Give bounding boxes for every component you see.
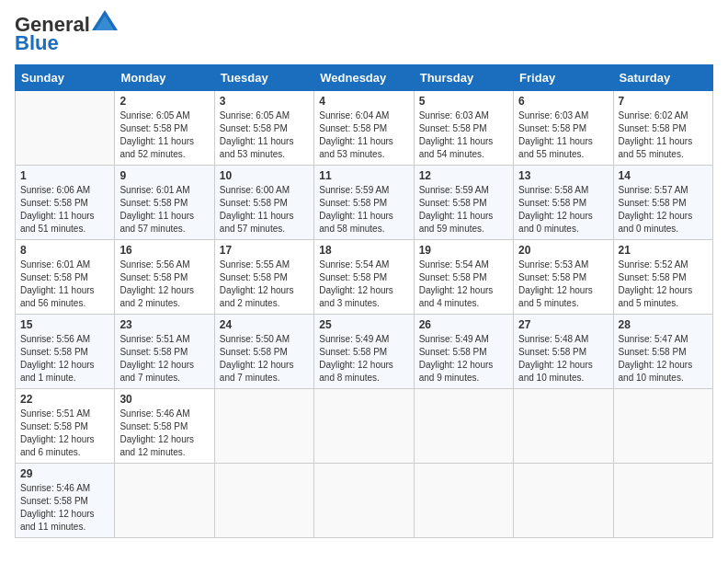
day-info: Sunrise: 5:50 AMSunset: 5:58 PMDaylight:…	[220, 333, 309, 385]
day-info: Sunrise: 5:58 AMSunset: 5:58 PMDaylight:…	[518, 184, 608, 236]
day-info: Sunrise: 5:56 AMSunset: 5:58 PMDaylight:…	[20, 333, 109, 385]
day-number: 4	[319, 95, 408, 108]
day-info: Sunrise: 6:01 AMSunset: 5:58 PMDaylight:…	[20, 259, 109, 310]
calendar-cell: 12Sunrise: 5:59 AMSunset: 5:58 PMDayligh…	[414, 166, 513, 240]
day-info: Sunrise: 5:54 AMSunset: 5:58 PMDaylight:…	[419, 259, 508, 310]
day-number: 8	[20, 244, 109, 257]
calendar-cell	[16, 91, 115, 166]
calendar-week-2: 1Sunrise: 6:06 AMSunset: 5:58 PMDaylight…	[16, 166, 713, 240]
calendar-cell: 9Sunrise: 6:01 AMSunset: 5:58 PMDaylight…	[115, 166, 214, 240]
calendar-cell: 23Sunrise: 5:51 AMSunset: 5:58 PMDayligh…	[115, 315, 214, 389]
calendar-cell: 17Sunrise: 5:55 AMSunset: 5:58 PMDayligh…	[214, 240, 313, 315]
calendar-cell: 4Sunrise: 6:04 AMSunset: 5:58 PMDaylight…	[314, 91, 414, 166]
calendar-cell: 14Sunrise: 5:57 AMSunset: 5:58 PMDayligh…	[613, 166, 712, 240]
day-number: 16	[119, 244, 209, 257]
calendar-cell: 27Sunrise: 5:48 AMSunset: 5:58 PMDayligh…	[514, 315, 613, 389]
day-number: 24	[220, 318, 309, 331]
day-number: 23	[119, 318, 209, 331]
calendar-cell: 24Sunrise: 5:50 AMSunset: 5:58 PMDayligh…	[214, 315, 313, 389]
calendar-cell: 1Sunrise: 6:06 AMSunset: 5:58 PMDaylight…	[16, 166, 115, 240]
day-number: 15	[20, 318, 109, 331]
day-info: Sunrise: 6:01 AMSunset: 5:58 PMDaylight:…	[119, 184, 209, 236]
day-info: Sunrise: 5:56 AMSunset: 5:58 PMDaylight:…	[119, 259, 209, 310]
day-info: Sunrise: 5:52 AMSunset: 5:58 PMDaylight:…	[619, 259, 708, 310]
day-info: Sunrise: 6:00 AMSunset: 5:58 PMDaylight:…	[220, 184, 309, 236]
day-info: Sunrise: 6:06 AMSunset: 5:58 PMDaylight:…	[20, 184, 109, 236]
calendar-cell	[514, 464, 613, 538]
day-number: 11	[319, 169, 408, 182]
day-number: 22	[20, 393, 109, 406]
calendar-cell: 10Sunrise: 6:00 AMSunset: 5:58 PMDayligh…	[214, 166, 313, 240]
calendar-cell	[115, 464, 214, 538]
calendar-week-1: 2Sunrise: 6:05 AMSunset: 5:58 PMDaylight…	[16, 91, 713, 166]
day-number: 18	[319, 244, 408, 257]
logo-icon	[92, 10, 118, 30]
day-number: 28	[619, 318, 708, 331]
page-header: General Blue	[15, 15, 713, 55]
day-number: 21	[619, 244, 708, 257]
day-info: Sunrise: 6:05 AMSunset: 5:58 PMDaylight:…	[220, 109, 309, 161]
calendar-cell: 21Sunrise: 5:52 AMSunset: 5:58 PMDayligh…	[613, 240, 712, 315]
day-info: Sunrise: 6:03 AMSunset: 5:58 PMDaylight:…	[518, 109, 608, 161]
day-number: 20	[518, 244, 608, 257]
calendar-cell: 11Sunrise: 5:59 AMSunset: 5:58 PMDayligh…	[314, 166, 414, 240]
calendar-week-3: 8Sunrise: 6:01 AMSunset: 5:58 PMDaylight…	[16, 240, 713, 315]
calendar-cell	[414, 389, 513, 464]
calendar-cell: 19Sunrise: 5:54 AMSunset: 5:58 PMDayligh…	[414, 240, 513, 315]
day-number: 5	[419, 95, 508, 108]
day-number: 25	[319, 318, 408, 331]
day-number: 14	[619, 169, 708, 182]
calendar-cell: 7Sunrise: 6:02 AMSunset: 5:58 PMDaylight…	[613, 91, 712, 166]
day-number: 3	[220, 95, 309, 108]
day-number: 26	[419, 318, 508, 331]
calendar-cell: 6Sunrise: 6:03 AMSunset: 5:58 PMDaylight…	[514, 91, 613, 166]
day-info: Sunrise: 6:03 AMSunset: 5:58 PMDaylight:…	[419, 109, 508, 161]
day-info: Sunrise: 6:05 AMSunset: 5:58 PMDaylight:…	[119, 109, 209, 161]
day-header-saturday: Saturday	[613, 65, 712, 91]
calendar-cell	[314, 389, 414, 464]
day-number: 27	[518, 318, 608, 331]
calendar-cell	[214, 389, 313, 464]
day-number: 9	[119, 169, 209, 182]
day-info: Sunrise: 5:53 AMSunset: 5:58 PMDaylight:…	[518, 259, 608, 310]
logo-blue-text: Blue	[15, 31, 59, 55]
calendar-table: SundayMondayTuesdayWednesdayThursdayFrid…	[15, 64, 713, 538]
day-info: Sunrise: 5:59 AMSunset: 5:58 PMDaylight:…	[319, 184, 408, 236]
day-number: 12	[419, 169, 508, 182]
calendar-cell: 26Sunrise: 5:49 AMSunset: 5:58 PMDayligh…	[414, 315, 513, 389]
day-header-sunday: Sunday	[16, 65, 115, 91]
calendar-week-4: 15Sunrise: 5:56 AMSunset: 5:58 PMDayligh…	[16, 315, 713, 389]
day-header-monday: Monday	[115, 65, 214, 91]
day-number: 6	[518, 95, 608, 108]
day-number: 17	[220, 244, 309, 257]
day-info: Sunrise: 6:02 AMSunset: 5:58 PMDaylight:…	[619, 109, 708, 161]
day-number: 13	[518, 169, 608, 182]
calendar-cell: 25Sunrise: 5:49 AMSunset: 5:58 PMDayligh…	[314, 315, 414, 389]
day-header-tuesday: Tuesday	[214, 65, 313, 91]
calendar-cell: 28Sunrise: 5:47 AMSunset: 5:58 PMDayligh…	[613, 315, 712, 389]
day-info: Sunrise: 5:59 AMSunset: 5:58 PMDaylight:…	[419, 184, 508, 236]
calendar-cell	[613, 464, 712, 538]
calendar-cell: 30Sunrise: 5:46 AMSunset: 5:58 PMDayligh…	[115, 389, 214, 464]
calendar-cell	[414, 464, 513, 538]
day-number: 10	[220, 169, 309, 182]
day-number: 2	[119, 95, 209, 108]
calendar-cell: 20Sunrise: 5:53 AMSunset: 5:58 PMDayligh…	[514, 240, 613, 315]
day-info: Sunrise: 5:55 AMSunset: 5:58 PMDaylight:…	[220, 259, 309, 310]
day-header-friday: Friday	[514, 65, 613, 91]
day-info: Sunrise: 5:49 AMSunset: 5:58 PMDaylight:…	[319, 333, 408, 385]
day-info: Sunrise: 5:49 AMSunset: 5:58 PMDaylight:…	[419, 333, 508, 385]
calendar-cell: 5Sunrise: 6:03 AMSunset: 5:58 PMDaylight…	[414, 91, 513, 166]
calendar-cell	[613, 389, 712, 464]
day-info: Sunrise: 5:48 AMSunset: 5:58 PMDaylight:…	[518, 333, 608, 385]
day-info: Sunrise: 6:04 AMSunset: 5:58 PMDaylight:…	[319, 109, 408, 161]
calendar-cell: 29Sunrise: 5:46 AMSunset: 5:58 PMDayligh…	[16, 464, 115, 538]
calendar-week-5: 22Sunrise: 5:51 AMSunset: 5:58 PMDayligh…	[16, 389, 713, 464]
calendar-header-row: SundayMondayTuesdayWednesdayThursdayFrid…	[16, 65, 713, 91]
calendar-cell: 13Sunrise: 5:58 AMSunset: 5:58 PMDayligh…	[514, 166, 613, 240]
day-info: Sunrise: 5:46 AMSunset: 5:58 PMDaylight:…	[119, 408, 209, 459]
day-number: 30	[119, 393, 209, 406]
day-info: Sunrise: 5:51 AMSunset: 5:58 PMDaylight:…	[20, 408, 109, 459]
day-number: 19	[419, 244, 508, 257]
calendar-cell: 22Sunrise: 5:51 AMSunset: 5:58 PMDayligh…	[16, 389, 115, 464]
